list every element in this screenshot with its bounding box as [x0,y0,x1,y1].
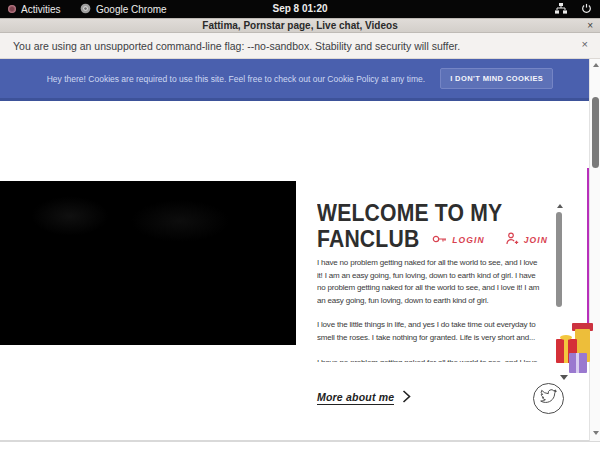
cookie-message: Hey there! Cookies are required to use t… [47,74,425,84]
power-icon[interactable] [581,3,592,16]
bio-paragraph: I love the little things in life, and ye… [317,319,543,344]
cookie-accept-button[interactable]: I DON'T MIND COOKIES [440,68,553,89]
twitter-button[interactable] [533,383,564,414]
twitter-bird-icon [540,388,557,409]
chevron-right-icon [402,389,411,407]
scrollbar-down-arrow-icon[interactable] [593,431,599,435]
window-close-button[interactable]: × [587,20,593,31]
window-bottom-edge [0,440,600,442]
infobar-message: You are using an unsupported command-lin… [13,40,460,52]
more-about-me-link[interactable]: More about me [317,389,411,407]
browser-scrollbar[interactable] [589,59,600,441]
cookie-banner: Hey there! Cookies are required to use t… [0,59,600,101]
more-about-me-label: More about me [317,391,394,405]
clock[interactable]: Sep 8 01:20 [0,3,600,14]
gnome-top-bar: Activities Google Chrome Sep 8 01:20 [0,0,600,18]
panel-scroll-up-arrow-icon[interactable] [557,204,563,208]
bio-paragraph: I have no problem getting naked for all … [317,357,543,362]
hero-media-player[interactable] [0,181,296,345]
scrollbar-up-arrow-icon[interactable] [593,63,599,67]
bio-text-panel: I have no problem getting naked for all … [317,257,543,362]
network-icon[interactable] [555,3,567,16]
chrome-infobar: You are using an unsupported command-lin… [0,33,600,59]
gifts-collapse-arrow-icon[interactable] [560,375,568,380]
bio-paragraph: I have no problem getting naked for all … [317,257,543,307]
infobar-close-icon[interactable]: × [582,38,588,50]
panel-scrollbar-thumb[interactable] [556,212,562,307]
window-titlebar: Fattima, Pornstar page, Live chat, Video… [0,18,600,33]
site-header: LOGO LOGIN JOIN [0,101,600,181]
gifts-widget[interactable] [556,322,596,380]
purple-gift-box [569,353,587,373]
scrollbar-thumb[interactable] [592,97,599,168]
window-title: Fattima, Pornstar page, Live chat, Video… [202,20,397,31]
welcome-heading: WELCOME TO MY FANCLUB [317,200,533,252]
desktop: Activities Google Chrome Sep 8 01:20 Fat… [0,0,600,450]
